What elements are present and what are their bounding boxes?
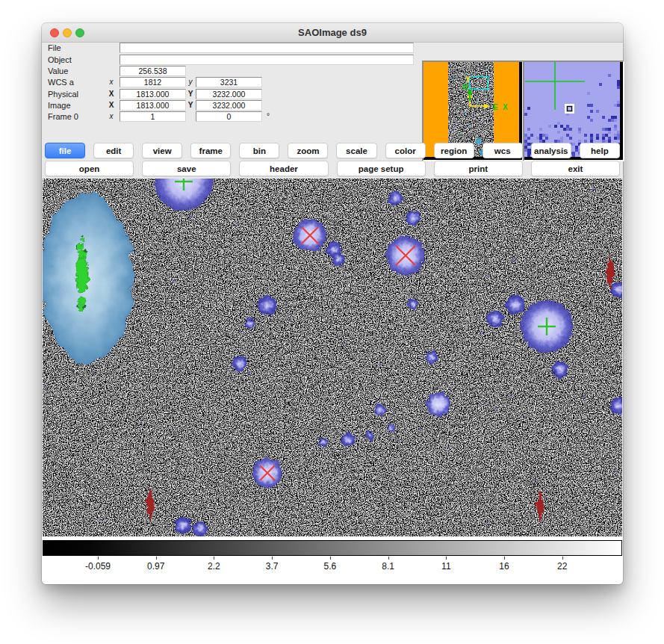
colorbar-tick-label: 22: [557, 561, 567, 572]
star[interactable]: [245, 318, 255, 329]
wcs-label: WCS a: [48, 77, 74, 87]
colorbar-tick-label: 2.2: [208, 561, 220, 572]
star[interactable]: [426, 351, 438, 363]
image-label: Image: [48, 100, 71, 111]
colorbar-gradient[interactable]: [43, 540, 622, 556]
image-x-axis-label: X: [106, 100, 117, 111]
wcs-y-field[interactable]: 3231: [196, 77, 262, 87]
physical-label: Physical: [48, 89, 78, 99]
image-x-field[interactable]: 1813.000: [120, 100, 186, 111]
toolbar-page-setup[interactable]: page setup: [337, 161, 426, 176]
colorbar-tick-label: 0.97: [147, 561, 164, 572]
colorbar-tick-label: 5.6: [324, 561, 337, 572]
file-label: File: [48, 43, 61, 53]
info-row-file: File: [42, 43, 623, 53]
toolbar-header[interactable]: header: [239, 161, 328, 176]
star[interactable]: [374, 404, 386, 416]
menu-bin[interactable]: bin: [239, 143, 279, 158]
star[interactable]: [506, 295, 525, 315]
star[interactable]: [487, 311, 503, 327]
frame-zoom-axis-label: x: [106, 111, 117, 122]
colorbar-tick-label: 8.1: [382, 561, 394, 572]
star[interactable]: [388, 191, 403, 205]
colorbar-tick-label: 16: [499, 561, 509, 572]
frame-zoom-field[interactable]: 1: [120, 111, 186, 122]
toolbar-open[interactable]: open: [45, 161, 134, 176]
colorbar-tick-mark: [156, 557, 157, 560]
toolbar-print[interactable]: print: [434, 161, 523, 176]
object-label: Object: [48, 55, 72, 65]
titlebar[interactable]: SAOImage ds9: [42, 23, 623, 43]
star[interactable]: [408, 299, 418, 309]
menu-bar: fileeditviewframebinzoomscalecolorregion…: [43, 143, 621, 158]
colorbar-tick-mark: [214, 557, 214, 560]
star[interactable]: [388, 424, 395, 432]
star[interactable]: [552, 362, 568, 378]
info-panel: File Object Value 256.538 WCS a x 1812 y…: [42, 43, 623, 143]
menu-help[interactable]: help: [580, 143, 620, 158]
desktop: { "window": { "title": "SAOImage ds9" },…: [0, 0, 664, 644]
menu-scale[interactable]: scale: [336, 143, 376, 158]
star[interactable]: [175, 517, 191, 533]
file-toolbar: opensaveheaderpage setupprintexit: [43, 161, 621, 176]
colorbar-tick-label: -0.059: [85, 561, 111, 572]
menu-wcs[interactable]: wcs: [483, 143, 523, 158]
physical-y-field[interactable]: 3232.000: [196, 89, 262, 99]
star[interactable]: [365, 431, 374, 440]
toolbar-save[interactable]: save: [142, 161, 231, 176]
physical-x-field[interactable]: 1813.000: [120, 89, 186, 99]
star[interactable]: [193, 521, 208, 536]
saturated-star: [43, 193, 134, 362]
wcs-x-axis-label: x: [106, 77, 117, 87]
menu-zoom[interactable]: zoom: [288, 143, 328, 158]
menu-color[interactable]: color: [385, 143, 426, 158]
star[interactable]: [318, 438, 327, 447]
colorbar-tick-mark: [98, 557, 99, 560]
menu-analysis[interactable]: analysis: [531, 143, 571, 158]
star[interactable]: [341, 433, 355, 447]
colorbar-tick-label: 3.7: [266, 561, 279, 572]
colorbar-panel: -0.0590.972.23.75.68.1111622: [42, 536, 623, 584]
star[interactable]: [406, 211, 421, 226]
panner-n-label: N: [462, 83, 468, 91]
noise-background: [43, 179, 622, 536]
magnifier-cursor-box: [565, 105, 574, 113]
star[interactable]: [258, 296, 277, 315]
wcs-x-field[interactable]: 1812: [120, 77, 186, 87]
image-y-field[interactable]: 3232.000: [196, 100, 262, 111]
star[interactable]: [332, 253, 345, 266]
panner-e-label: E: [493, 103, 498, 111]
physical-y-axis-label: Y: [185, 89, 196, 99]
degree-symbol: °: [267, 111, 270, 122]
colorbar-tick-mark: [446, 557, 447, 560]
sky-canvas[interactable]: [43, 179, 622, 536]
star[interactable]: [426, 392, 450, 416]
wcs-y-axis-label: y: [185, 77, 196, 87]
menu-region[interactable]: region: [434, 143, 474, 158]
colorbar-tick-mark: [330, 557, 331, 560]
colorbar-tick-label: 11: [441, 561, 450, 572]
panner-x-label: X: [503, 103, 508, 111]
value-label: Value: [48, 66, 68, 76]
menu-edit[interactable]: edit: [93, 143, 134, 158]
frame-label: Frame 0: [48, 111, 78, 122]
colorbar-tick-mark: [504, 557, 505, 560]
star[interactable]: [232, 356, 247, 371]
physical-x-axis-label: X: [106, 89, 117, 99]
menu-file[interactable]: file: [45, 143, 85, 158]
frame-angle-field[interactable]: 0: [196, 111, 262, 122]
object-field[interactable]: [120, 55, 414, 65]
colorbar-tick-mark: [272, 557, 273, 560]
image-display[interactable]: [43, 179, 622, 536]
file-field[interactable]: [120, 43, 414, 53]
menu-frame[interactable]: frame: [190, 143, 231, 158]
window-title: SAOImage ds9: [42, 23, 623, 42]
toolbar-exit[interactable]: exit: [531, 161, 620, 176]
value-field[interactable]: 256.538: [120, 66, 186, 76]
colorbar-tick-mark: [388, 557, 389, 560]
ds9-window: SAOImage ds9 File Object Value 256.538 W…: [42, 23, 623, 584]
menu-view[interactable]: view: [142, 143, 182, 158]
colorbar-tick-mark: [562, 557, 563, 560]
image-y-axis-label: Y: [185, 100, 196, 111]
